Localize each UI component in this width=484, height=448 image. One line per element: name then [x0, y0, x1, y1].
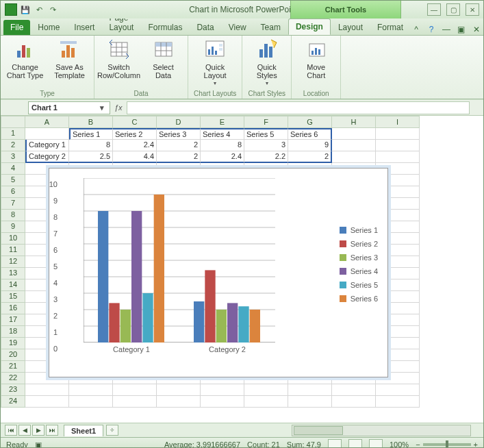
save-as-template-button[interactable]: Save As Template	[51, 38, 88, 79]
tab-file[interactable]: File	[3, 20, 30, 35]
legend-item[interactable]: Series 5	[340, 278, 378, 292]
cell[interactable]	[288, 396, 332, 408]
cell[interactable]	[69, 384, 113, 396]
help-icon[interactable]: ?	[426, 24, 437, 35]
cell[interactable]	[376, 128, 420, 140]
row-header[interactable]: 7	[1, 198, 25, 210]
workbook-restore-icon[interactable]: ▣	[456, 24, 467, 35]
row-header[interactable]: 8	[1, 210, 25, 221]
cell[interactable]	[157, 396, 201, 408]
row-header[interactable]: 13	[1, 268, 25, 279]
cell[interactable]: 8	[69, 140, 113, 151]
cell[interactable]	[244, 384, 288, 396]
tab-design[interactable]: Design	[288, 18, 331, 35]
legend-item[interactable]: Series 2	[340, 237, 378, 251]
zoom-out-icon[interactable]: −	[416, 440, 420, 448]
change-chart-type-button[interactable]: Change Chart Type	[6, 38, 44, 79]
cell[interactable]: Series 6	[288, 128, 332, 140]
cell[interactable]	[244, 396, 288, 408]
tab-formulas[interactable]: Formulas	[141, 20, 189, 35]
row-header[interactable]: 21	[1, 361, 25, 373]
column-header[interactable]: D	[157, 116, 201, 128]
cell[interactable]: 9	[288, 140, 332, 151]
cell[interactable]	[113, 384, 157, 396]
column-header[interactable]: B	[69, 116, 113, 128]
tab-view[interactable]: View	[222, 20, 253, 35]
cell[interactable]	[25, 384, 69, 396]
row-header[interactable]: 15	[1, 291, 25, 303]
row-header[interactable]: 18	[1, 326, 25, 338]
cell[interactable]	[332, 140, 376, 151]
name-box-dropdown-icon[interactable]: ▾	[97, 103, 107, 112]
row-header[interactable]: 10	[1, 233, 25, 245]
view-page-break-button[interactable]	[369, 439, 383, 448]
cell[interactable]	[201, 396, 244, 408]
row-header[interactable]: 17	[1, 314, 25, 326]
cell[interactable]	[332, 128, 376, 140]
tab-format[interactable]: Format	[370, 20, 410, 35]
view-page-layout-button[interactable]	[348, 439, 362, 448]
cell[interactable]	[376, 151, 420, 163]
chart-bar[interactable]	[194, 301, 204, 343]
column-header[interactable]: E	[201, 116, 244, 128]
tab-data[interactable]: Data	[190, 20, 220, 35]
cell[interactable]: 4.4	[113, 151, 157, 163]
sheet-nav-first[interactable]: ⏮	[5, 425, 17, 436]
row-header[interactable]: 14	[1, 279, 25, 291]
cell[interactable]: 2	[288, 151, 332, 163]
zoom-level[interactable]: 100%	[390, 440, 409, 448]
sheet-nav-last[interactable]: ⏭	[46, 425, 58, 436]
redo-icon[interactable]: ↷	[47, 4, 58, 15]
ribbon-minimize-icon[interactable]: ^	[411, 24, 422, 35]
cell[interactable]: Category 2	[25, 151, 69, 163]
select-data-button[interactable]: Select Data	[144, 38, 182, 79]
cell[interactable]	[332, 384, 376, 396]
row-header[interactable]: 1	[1, 128, 25, 140]
move-chart-button[interactable]: Move Chart	[297, 38, 335, 79]
cell[interactable]: Series 5	[244, 128, 288, 140]
sheet-tab[interactable]: Sheet1	[64, 425, 103, 436]
switch-row-column-button[interactable]: Switch Row/Column	[100, 38, 138, 79]
cell[interactable]	[376, 396, 420, 408]
cell[interactable]	[376, 384, 420, 396]
sheet-nav-next[interactable]: ▶	[32, 425, 44, 436]
zoom-slider[interactable]: − +	[416, 440, 478, 448]
cell[interactable]: Series 4	[201, 128, 244, 140]
row-header[interactable]: 16	[1, 303, 25, 314]
cell[interactable]	[332, 151, 376, 163]
chart-bar[interactable]	[205, 270, 215, 343]
column-header[interactable]: I	[376, 116, 420, 128]
chart-bar[interactable]	[98, 211, 108, 343]
close-button[interactable]: ✕	[466, 3, 479, 16]
row-header[interactable]: 23	[1, 384, 25, 396]
cell[interactable]	[376, 140, 420, 151]
cell[interactable]: 2.5	[69, 151, 113, 163]
row-header[interactable]: 19	[1, 338, 25, 349]
legend-item[interactable]: Series 6	[340, 292, 378, 306]
cell[interactable]: Series 2	[113, 128, 157, 140]
minimize-button[interactable]: ―	[427, 3, 441, 16]
maximize-button[interactable]: ▢	[446, 3, 460, 16]
quick-layout-button[interactable]: Quick Layout▾	[196, 38, 234, 88]
cell[interactable]	[25, 128, 69, 140]
row-header[interactable]: 5	[1, 175, 25, 186]
column-header[interactable]: F	[244, 116, 288, 128]
legend-item[interactable]: Series 4	[340, 264, 378, 278]
cell[interactable]	[288, 384, 332, 396]
row-header[interactable]: 4	[1, 163, 25, 175]
chart-bar[interactable]	[227, 303, 238, 343]
undo-icon[interactable]: ↶	[34, 4, 44, 15]
cell[interactable]: Series 1	[69, 128, 113, 140]
cell[interactable]: 3	[244, 140, 288, 151]
formula-bar[interactable]	[127, 101, 470, 114]
sheet-nav-prev[interactable]: ◀	[18, 425, 31, 436]
chart-bar[interactable]	[109, 303, 119, 343]
zoom-in-icon[interactable]: +	[474, 440, 478, 448]
tab-insert[interactable]: Insert	[67, 20, 101, 35]
quick-styles-button[interactable]: Quick Styles▾	[248, 38, 285, 88]
row-header[interactable]: 3	[1, 151, 25, 163]
horizontal-scrollbar[interactable]	[292, 425, 471, 436]
chart-bar[interactable]	[142, 293, 153, 343]
macro-record-icon[interactable]: ▣	[35, 440, 42, 449]
embedded-chart[interactable]: 012345678910 Category 1Category 2 Series…	[49, 168, 388, 377]
